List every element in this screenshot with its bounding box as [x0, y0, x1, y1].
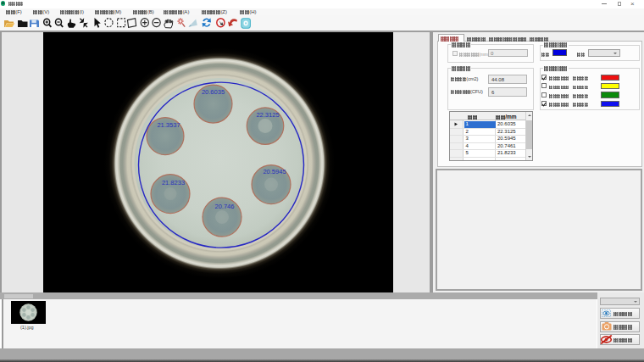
svg-text:22.3125: 22.3125	[256, 111, 279, 119]
svg-text:20.5945: 20.5945	[263, 168, 286, 175]
svg-text:21.3537: 21.3537	[157, 121, 180, 129]
svg-text:21.8233: 21.8233	[162, 179, 185, 187]
svg-text:20.746: 20.746	[215, 203, 235, 210]
svg-text:20.6035: 20.6035	[202, 88, 225, 96]
